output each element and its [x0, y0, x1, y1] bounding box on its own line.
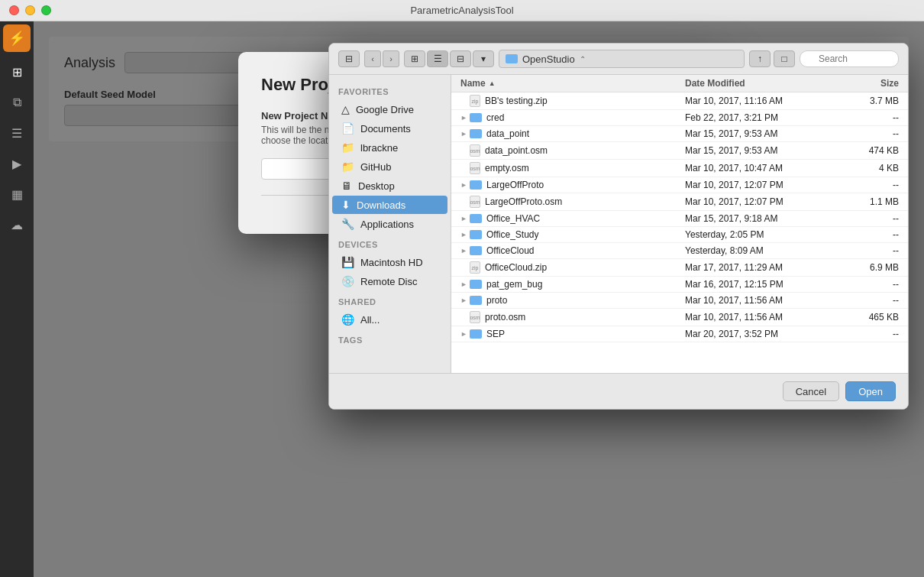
file-row[interactable]: ► Office_HVAC Mar 15, 2017, 9:18 AM --	[451, 211, 908, 227]
window-controls	[9, 5, 51, 15]
shared-section-label: Shared	[329, 291, 451, 310]
chevron-icon: ►	[460, 231, 470, 238]
sidebar-item-desktop[interactable]: 🖥 Desktop	[332, 177, 447, 195]
sidebar-item-layers[interactable]: ⧉	[3, 89, 31, 116]
folder-icon	[470, 230, 482, 239]
view-buttons: ⊞ ☰ ⊟ ▾	[404, 50, 494, 67]
file-date: Mar 16, 2017, 12:15 PM	[685, 279, 838, 290]
file-name: LargeOffProto	[486, 180, 685, 190]
file-row[interactable]: ► proto Mar 10, 2017, 11:56 AM --	[451, 293, 908, 309]
file-name: SEP	[486, 329, 685, 339]
maximize-button[interactable]	[41, 5, 51, 15]
nav-buttons: ‹ ›	[364, 50, 399, 67]
file-row[interactable]: osm LargeOffProto.osm Mar 10, 2017, 12:0…	[451, 193, 908, 211]
file-row[interactable]: ► OfficeCloud Yesterday, 8:09 AM --	[451, 243, 908, 259]
nav-back-button[interactable]: ‹	[364, 50, 381, 67]
file-picker-toolbar: ⊟ ‹ › ⊞ ☰ ⊟ ▾ OpenStudio ⌃	[329, 44, 908, 75]
search-input[interactable]	[800, 50, 899, 67]
file-name: Office_HVAC	[486, 213, 685, 224]
favorites-section-label: Favorites	[329, 81, 451, 99]
osm-file-icon: osm	[470, 196, 480, 208]
location-bar[interactable]: OpenStudio ⌃	[499, 50, 745, 68]
file-row[interactable]: ► pat_gem_bug Mar 16, 2017, 12:15 PM --	[451, 277, 908, 293]
file-sidebar: Favorites △ Google Drive 📄 Documents 📁 l…	[329, 75, 451, 373]
folder-icon	[470, 180, 482, 190]
file-row[interactable]: ► data_point Mar 15, 2017, 9:53 AM --	[451, 126, 908, 142]
file-row[interactable]: ► Office_Study Yesterday, 2:05 PM --	[451, 227, 908, 243]
sidebar-item-files[interactable]: ☰	[3, 119, 31, 147]
sidebar: ⚡ ⊞ ⧉ ☰ ▶ ▦ ☁	[0, 21, 34, 577]
file-name: OfficeCloud.zip	[485, 262, 685, 273]
sidebar-item-cloud[interactable]: ☁	[3, 211, 31, 238]
share-button[interactable]: ↑	[749, 50, 771, 67]
file-name: BB's testing.zip	[485, 96, 685, 106]
documents-label: Documents	[360, 123, 411, 135]
app-logo: ⚡	[3, 24, 31, 52]
close-button[interactable]	[9, 5, 19, 15]
list-view-button[interactable]: ☰	[427, 50, 448, 67]
file-name: Office_Study	[486, 229, 685, 240]
new-folder-button[interactable]: □	[774, 50, 795, 67]
file-row[interactable]: osm empty.osm Mar 10, 2017, 10:47 AM 4 K…	[451, 160, 908, 177]
name-column-header[interactable]: Name ▲	[460, 78, 685, 89]
file-size: --	[838, 229, 899, 240]
minimize-button[interactable]	[25, 5, 35, 15]
grid-view-button[interactable]: ⊞	[404, 50, 425, 67]
folder-icon	[470, 214, 482, 223]
file-row[interactable]: osm proto.osm Mar 10, 2017, 11:56 AM 465…	[451, 309, 908, 326]
sidebar-item-remote-disc[interactable]: 💿 Remote Disc	[332, 272, 447, 290]
file-row[interactable]: zip BB's testing.zip Mar 10, 2017, 11:16…	[451, 92, 908, 110]
sidebar-item-applications[interactable]: 🔧 Applications	[332, 215, 447, 233]
file-size: --	[838, 279, 899, 290]
chevron-icon: ►	[460, 215, 470, 222]
split-view-button[interactable]: ⊟	[450, 50, 471, 67]
chevron-icon: ►	[460, 130, 470, 138]
file-date: Yesterday, 8:09 AM	[685, 245, 838, 256]
osm-file-icon: osm	[470, 162, 480, 174]
options-view-button[interactable]: ▾	[473, 50, 494, 67]
nav-forward-button[interactable]: ›	[383, 50, 399, 67]
file-row[interactable]: ► cred Feb 22, 2017, 3:21 PM --	[451, 110, 908, 126]
chevron-icon: ►	[460, 280, 470, 288]
file-name: OfficeCloud	[486, 245, 685, 256]
sidebar-item-github[interactable]: 📁 GitHub	[332, 157, 447, 176]
file-size: --	[838, 128, 899, 139]
open-button[interactable]: Open	[845, 381, 896, 401]
all-label: All...	[360, 314, 380, 326]
file-row[interactable]: osm data_point.osm Mar 15, 2017, 9:53 AM…	[451, 142, 908, 160]
sidebar-item-downloads[interactable]: ⬇ Downloads	[332, 196, 447, 214]
location-chevron: ⌃	[580, 55, 586, 63]
file-date: Mar 10, 2017, 11:16 AM	[685, 96, 838, 106]
file-size: --	[838, 245, 899, 256]
folder-icon	[470, 296, 482, 305]
file-date: Mar 15, 2017, 9:53 AM	[685, 145, 838, 156]
folder-icon	[470, 129, 482, 138]
file-date: Feb 22, 2017, 3:21 PM	[685, 112, 838, 123]
sidebar-item-chart[interactable]: ▦	[3, 180, 31, 208]
file-row[interactable]: ► LargeOffProto Mar 10, 2017, 12:07 PM -…	[451, 177, 908, 193]
column-view-button[interactable]: ⊟	[338, 50, 360, 67]
file-row[interactable]: zip OfficeCloud.zip Mar 17, 2017, 11:29 …	[451, 259, 908, 277]
sidebar-item-google-drive[interactable]: △ Google Drive	[332, 100, 447, 118]
sidebar-item-play[interactable]: ▶	[3, 150, 31, 177]
sidebar-item-documents[interactable]: 📄 Documents	[332, 119, 447, 138]
file-size: 1.1 MB	[838, 196, 899, 207]
title-bar: ParametricAnalysisTool	[0, 0, 924, 21]
all-icon: 🌐	[341, 313, 354, 326]
chevron-icon: ►	[460, 297, 470, 304]
sidebar-item-grid[interactable]: ⊞	[3, 58, 31, 86]
sidebar-item-ibrackne[interactable]: 📁 lbrackne	[332, 138, 447, 157]
sidebar-item-macintosh-hd[interactable]: 💾 Macintosh HD	[332, 253, 447, 271]
file-row[interactable]: ► SEP Mar 20, 2017, 3:52 PM --	[451, 326, 908, 342]
file-name: proto.osm	[485, 312, 685, 323]
tags-section-label: Tags	[329, 329, 451, 348]
sidebar-item-all[interactable]: 🌐 All...	[332, 310, 447, 329]
sort-icon: ▲	[489, 79, 496, 87]
file-date: Mar 10, 2017, 12:07 PM	[685, 196, 838, 207]
size-column-header[interactable]: Size	[838, 78, 899, 89]
remote-disc-icon: 💿	[341, 275, 354, 287]
date-column-header[interactable]: Date Modified	[685, 78, 838, 89]
cancel-button[interactable]: Cancel	[783, 381, 839, 401]
file-size: --	[838, 112, 899, 123]
action-buttons: ↑ □	[749, 50, 795, 67]
